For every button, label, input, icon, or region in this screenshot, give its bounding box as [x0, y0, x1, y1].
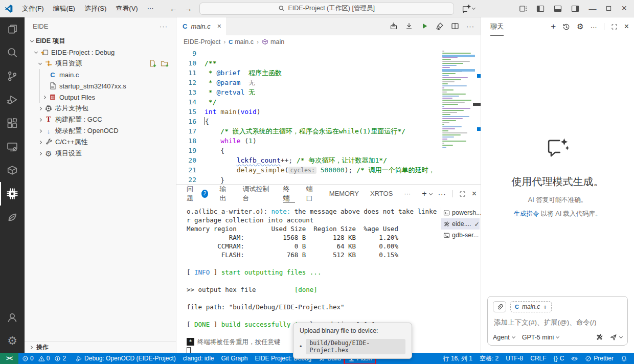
build-icon[interactable] [390, 22, 398, 30]
sidebar-section-actions[interactable]: 操作 [25, 342, 176, 353]
language-mode[interactable]: {}C [550, 353, 568, 364]
model-dropdown[interactable]: GPT-5 mini [522, 334, 559, 341]
cursor-position[interactable]: 行 16, 列 1 [440, 353, 476, 364]
code-editor[interactable]: 910111213141516171819202122 /** * @brief… [176, 49, 481, 184]
activitybar-settings[interactable]: ⚙ [0, 329, 25, 353]
problems[interactable]: 002 [18, 353, 72, 364]
chevron-right-icon[interactable] [40, 96, 48, 99]
activitybar-eide[interactable] [0, 182, 25, 206]
panel-tab-XRTOS[interactable]: XRTOS [370, 185, 393, 203]
tree-item-main-c[interactable]: Cmain.c [25, 69, 176, 80]
nav-forward-icon[interactable]: → [185, 4, 192, 13]
panel-tab-端口[interactable]: 端口 [306, 185, 318, 203]
breadcrumb-item-2[interactable]: main [262, 38, 284, 46]
command-center-search[interactable]: EIDE-Project (工作区) [管理员] [199, 3, 454, 15]
prettier[interactable]: Prettier [581, 353, 617, 364]
activitybar-container[interactable] [0, 158, 25, 182]
tree-item-eide-project-debug[interactable]: EIDE-Project : Debug [25, 47, 176, 58]
activitybar-explorer[interactable] [0, 17, 25, 41]
tab-main-c[interactable]: C main.c × [176, 17, 227, 35]
activitybar-search[interactable] [0, 41, 25, 64]
tree-item--[interactable]: 芯片支持包 [25, 103, 176, 114]
panel-tab-MEMORY[interactable]: MEMORY [329, 185, 359, 203]
chevron-right-icon[interactable] [36, 152, 44, 155]
indentation[interactable]: 空格: 2 [476, 353, 502, 364]
copilot-menu[interactable] [462, 4, 475, 13]
menu-item-2[interactable]: 选择(S) [80, 4, 111, 13]
scrollbar-marker [477, 74, 481, 78]
tree-item-eide-[interactable]: EIDE 项目 [25, 35, 176, 47]
generate-instructions-link[interactable]: 生成指令 [513, 210, 539, 217]
tree-item-startup_stm32f407xx-s[interactable]: startup_stm32f407xx.s [25, 80, 176, 92]
sidebar-more-actions-icon[interactable]: ··· [160, 22, 168, 30]
code-lines: /** * @brief 程序主函数 * @param 无 * @retval … [205, 49, 481, 184]
tab-close-icon[interactable]: × [217, 22, 221, 30]
menu-item-3[interactable]: 查看(V) [111, 4, 142, 13]
chat-sparkle-icon [545, 135, 571, 162]
tree-item--[interactable]: ⚙项目设置 [25, 148, 176, 159]
flash-download-icon[interactable] [405, 22, 413, 30]
newfolder-icon[interactable] [161, 59, 169, 67]
context-chip-add-icon[interactable]: + [543, 303, 547, 311]
tree-item-c-c-[interactable]: C/C++属性 [25, 136, 176, 148]
tree-item--openocd[interactable]: ↓烧录配置 : OpenOCD [25, 125, 176, 136]
activitybar-platform[interactable] [0, 206, 25, 229]
minimap[interactable] [442, 51, 474, 149]
breadcrumb: EIDE-Project›Cmain.c›main [176, 35, 481, 49]
run-icon[interactable] [420, 22, 428, 30]
encoding[interactable]: UTF-8 [502, 353, 527, 364]
chevron-right-icon[interactable] [36, 107, 44, 110]
chevron-down-icon[interactable] [28, 40, 36, 42]
remote-indicator[interactable]: >< [0, 353, 18, 364]
activitybar-account[interactable] [0, 306, 25, 329]
clangd-status[interactable]: clangd: idle [179, 353, 218, 364]
chat-input-box[interactable]: C main.c + 添加上下文(#)、扩展(@)、命令(/) Agent GP… [487, 296, 628, 346]
tree-item-output-files[interactable]: Output Files [25, 92, 176, 103]
panel-tab-输出[interactable]: 输出 [219, 185, 231, 203]
debug-status[interactable]: Debug: OpenOCD (EIDE-Project) [72, 353, 179, 364]
eol[interactable]: CRLF [527, 353, 550, 364]
attach-context-button[interactable] [493, 301, 506, 312]
clean-icon[interactable] [436, 22, 444, 30]
git-graph[interactable]: Git Graph [218, 353, 252, 364]
activitybar-run-debug[interactable] [0, 88, 25, 111]
context-chip-main-c[interactable]: C main.c + [510, 301, 552, 312]
activitybar-remote-explorer[interactable] [0, 135, 25, 158]
chevron-down-icon[interactable] [32, 52, 40, 53]
terminal-list-item[interactable]: powersh... [441, 207, 480, 218]
new-terminal-button[interactable]: + [422, 189, 432, 198]
terminal-list-item[interactable]: eide....✓ [441, 218, 480, 230]
panel-tab-问题[interactable]: 问题2 [187, 185, 208, 203]
chevron-right-icon[interactable] [36, 130, 44, 132]
chevron-right-icon[interactable] [36, 119, 44, 121]
chat-send-button[interactable] [609, 333, 622, 341]
panel-tab-调试控制台[interactable]: 调试控制台 [242, 185, 271, 203]
menu-item-4[interactable]: ··· [143, 4, 158, 13]
maximize-panel-icon[interactable] [459, 191, 466, 197]
copilot-status[interactable] [568, 353, 581, 364]
search-icon [7, 47, 18, 58]
agent-mode-dropdown[interactable]: Agent [493, 334, 515, 341]
panel-tab-终端[interactable]: 终端 [283, 185, 295, 203]
more-icon[interactable]: ··· [466, 22, 474, 30]
panel-tab-···[interactable]: ··· [404, 185, 411, 203]
chevron-down-icon[interactable] [36, 63, 44, 64]
nav-back-icon[interactable]: ← [170, 4, 177, 13]
activitybar-source-control[interactable] [0, 64, 25, 88]
chevron-right-icon[interactable] [36, 141, 44, 144]
panel-more-icon[interactable]: ··· [438, 190, 446, 198]
breadcrumb-item-1[interactable]: Cmain.c [229, 38, 254, 46]
split-editor-icon[interactable] [451, 22, 459, 30]
chat-tools-icon[interactable] [596, 333, 603, 341]
newfile-icon[interactable] [148, 59, 156, 67]
notifications[interactable] [617, 353, 631, 364]
tree-item--[interactable]: 项目资源 [25, 58, 176, 69]
terminal-list-item[interactable]: gdb-ser... [441, 230, 480, 241]
tree-item--gcc[interactable]: T构建配置 : GCC [25, 114, 176, 125]
close-panel-icon[interactable]: × [472, 189, 477, 198]
menu-item-0[interactable]: 文件(F) [17, 4, 49, 13]
context-chip-label: main.c [522, 303, 540, 310]
activitybar-extensions[interactable] [0, 111, 25, 135]
menu-item-1[interactable]: 编辑(E) [49, 4, 80, 13]
breadcrumb-item-0[interactable]: EIDE-Project [184, 38, 220, 46]
